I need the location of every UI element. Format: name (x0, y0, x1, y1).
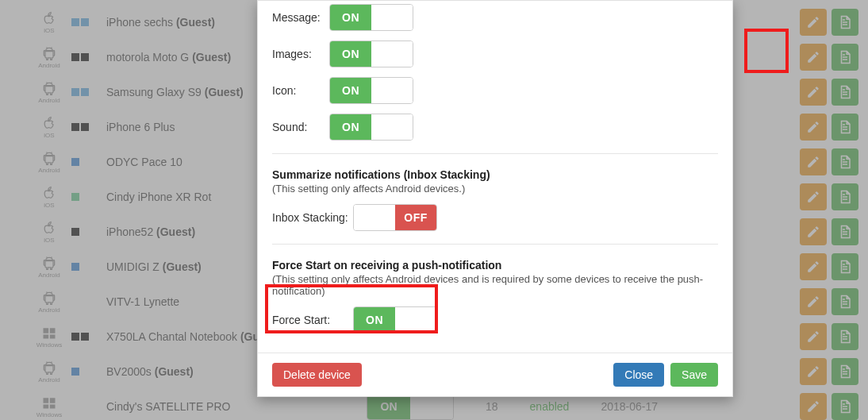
force-title: Force Start on receiving a push-notifica… (272, 259, 718, 272)
delete-device-button[interactable]: Delete device (272, 363, 362, 387)
icon-toggle[interactable]: ON (329, 77, 413, 104)
inbox-sub: (This setting only affects Android devic… (272, 183, 718, 195)
inbox-label: Inbox Stacking: (272, 211, 353, 224)
device-settings-modal: Message: ON Images: ON Icon: ON Sound: O… (257, 0, 733, 397)
images-toggle[interactable]: ON (329, 40, 413, 67)
inbox-toggle[interactable]: OFF (353, 204, 437, 231)
force-label: Force Start: (272, 314, 353, 326)
force-toggle[interactable]: ON (353, 306, 437, 333)
sound-toggle[interactable]: ON (329, 114, 413, 141)
message-label: Message: (272, 11, 329, 24)
inbox-title: Summarize notifications (Inbox Stacking) (272, 168, 718, 181)
icon-label: Icon: (272, 84, 329, 97)
sound-label: Sound: (272, 121, 329, 133)
close-button[interactable]: Close (613, 363, 664, 387)
save-button[interactable]: Save (670, 363, 718, 387)
force-sub: (This setting only affects Android devic… (272, 273, 718, 297)
message-toggle[interactable]: ON (329, 4, 413, 31)
images-label: Images: (272, 48, 329, 60)
